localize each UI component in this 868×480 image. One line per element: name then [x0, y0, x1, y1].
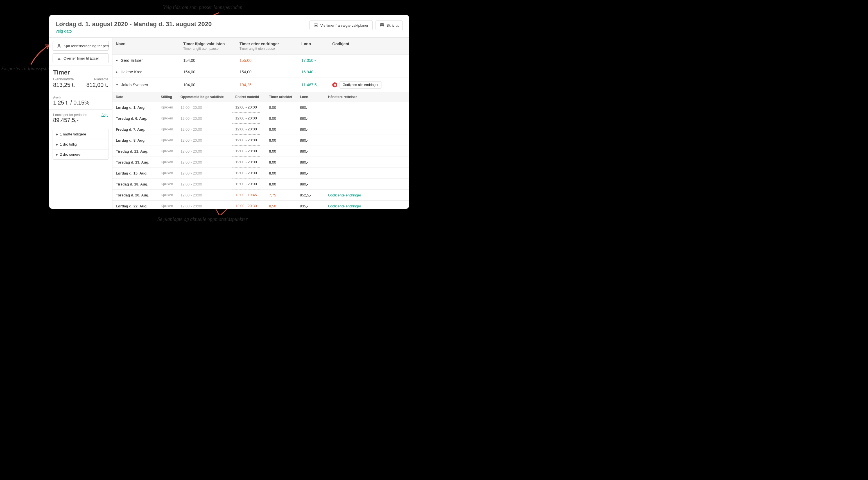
person-icon — [57, 43, 61, 48]
detail-position: Kjøkken — [157, 113, 177, 123]
wages-set-link[interactable]: Angi — [101, 113, 108, 117]
sth-changed: Endret møtetid — [232, 92, 266, 102]
detail-handle — [324, 159, 409, 165]
detail-scheduled-time: 12:00 - 20:00 — [177, 201, 232, 209]
detail-actual-time[interactable]: 12:00 - 20:00 — [232, 146, 260, 157]
detail-row: Lørdag d. 22. Aug. Kjøkken 12:00 - 20:00… — [113, 201, 409, 209]
employee-name: Gerd Eriksen — [121, 58, 144, 63]
detail-salary: 880,- — [297, 146, 324, 157]
chevron-right-icon: ▶ — [116, 70, 118, 73]
detail-scheduled-time: 12:00 - 20:00 — [177, 124, 232, 135]
app-window: Lørdag d. 1. august 2020 - Mandag d. 31.… — [49, 15, 409, 209]
deviation-list: ▶ 1 møtte tidligere ▶ 1 dro tidlig ▶ 2 d… — [53, 129, 109, 160]
detail-hours-worked: 8,00 — [266, 146, 297, 157]
salary-cell: 17.050,- — [298, 55, 329, 66]
calendar-icon — [314, 23, 318, 28]
run-payroll-button[interactable]: Kjør lønnsberegning for periode — [53, 41, 109, 51]
chevron-down-icon: ▼ — [116, 84, 118, 86]
detail-date: Tirsdag d. 18. Aug. — [113, 179, 157, 189]
detail-row: Torsdag d. 6. Aug. Kjøkken 12:00 - 20:00… — [113, 113, 409, 124]
detail-date: Lørdag d. 8. Aug. — [113, 135, 157, 146]
detail-scheduled-time: 12:00 - 20:00 — [177, 157, 232, 167]
planned-value: 812,00 t. — [86, 82, 108, 88]
print-button[interactable]: Skriv ut — [375, 21, 403, 30]
employee-name-cell[interactable]: ▶ Helene Krog — [113, 66, 180, 77]
list-item-label: 2 dro senere — [60, 152, 81, 157]
choose-date-link[interactable]: Velg dato — [55, 29, 212, 33]
detail-actual-time[interactable]: 12:00 - 20:00 — [232, 135, 260, 146]
detail-position: Kjøkken — [157, 168, 177, 178]
detail-actual-time[interactable]: 12:00 - 20:00 — [232, 102, 260, 113]
employee-name: Helene Krog — [121, 70, 143, 74]
deviation-label: Avvik — [53, 96, 61, 99]
detail-scheduled-time: 12:00 - 20:00 — [177, 135, 232, 146]
list-item[interactable]: ▶ 2 dro senere — [53, 150, 108, 159]
detail-row: Torsdag d. 20. Aug. Kjøkken 12:00 - 20:0… — [113, 190, 409, 201]
page-header: Lørdag d. 1. august 2020 - Mandag d. 31.… — [49, 15, 409, 38]
download-icon — [57, 56, 61, 60]
chevron-right-icon: ▶ — [56, 153, 58, 156]
list-item[interactable]: ▶ 1 møtte tidligere — [53, 129, 108, 139]
detail-row: Lørdag d. 8. Aug. Kjøkken 12:00 - 20:00 … — [113, 135, 409, 146]
changed-hours: 104,25 — [236, 79, 298, 91]
scheduled-hours: 154,00 — [180, 66, 236, 77]
detail-handle — [324, 181, 409, 187]
deviation-value: 1,25 t. / 0.15% — [53, 99, 108, 106]
detail-position: Kjøkken — [157, 135, 177, 145]
main-content: Navn Timer ifølge vaktlisten Timer angit… — [113, 38, 409, 209]
detail-actual-time[interactable]: 12:00 - 20:00 — [232, 113, 260, 124]
export-excel-button[interactable]: Overfør timer til Excel — [53, 54, 109, 63]
sth-scheduled: Oppmøtetid ifølge vaktliste — [177, 92, 232, 102]
detail-actual-time[interactable]: 12:00 - 20:00 — [232, 124, 260, 135]
detail-actual-time[interactable]: 12:00 - 19:45 — [232, 190, 260, 200]
approved-changes-link[interactable]: Godkjente endringer — [328, 204, 361, 208]
export-excel-label: Overfør timer til Excel — [64, 56, 99, 60]
svg-rect-4 — [381, 26, 383, 27]
detail-row: Lørdag d. 1. Aug. Kjøkken 12:00 - 20:00 … — [113, 102, 409, 113]
approve-all-button[interactable]: Godkjenn alle endringer — [340, 81, 381, 89]
annotation-bottom: Se planlagte og aktuelle oppmøtetidspunk… — [157, 216, 248, 222]
th-salary: Lønn — [301, 41, 326, 46]
list-item[interactable]: ▶ 1 dro tidlig — [53, 139, 108, 150]
changed-hours: 155,00 — [236, 55, 298, 66]
reject-icon[interactable]: ✕ — [332, 82, 337, 87]
show-hours-button[interactable]: Vis timer fra valgte vaktplaner — [309, 21, 373, 30]
approved-changes-link[interactable]: Godkjente endringer — [328, 193, 361, 197]
detail-actual-time[interactable]: 12:00 - 20:00 — [232, 168, 260, 179]
wages-label: Lønninger for perioden — [53, 113, 87, 117]
salary-cell: 16.940,- — [298, 66, 329, 77]
scheduled-hours: 154,00 — [180, 55, 236, 66]
detail-salary: 880,- — [297, 135, 324, 146]
sth-worked: Timer arbeidet — [266, 92, 297, 102]
approve-cell: ✕ Godkjenn alle endringer — [329, 78, 394, 92]
chevron-right-icon: ▶ — [116, 59, 118, 62]
run-payroll-label: Kjør lønnsberegning for periode — [64, 44, 109, 48]
detail-hours-worked: 8,00 — [266, 102, 297, 113]
sidebar: Kjør lønnsberegning for periode Overfør … — [49, 38, 113, 209]
detail-handle — [324, 126, 409, 132]
svg-rect-2 — [381, 24, 383, 25]
detail-actual-time[interactable]: 12:00 - 20:00 — [232, 179, 260, 189]
detail-scheduled-time: 12:00 - 20:00 — [177, 168, 232, 179]
detail-salary: 880,- — [297, 124, 324, 135]
employee-name-cell[interactable]: ▼ Jakob Svensen — [113, 79, 180, 91]
detail-row: Lørdag d. 15. Aug. Kjøkken 12:00 - 20:00… — [113, 168, 409, 179]
detail-position: Kjøkken — [157, 124, 177, 134]
detail-hours-worked: 7,75 — [266, 190, 297, 200]
detail-row: Fredag d. 7. Aug. Kjøkken 12:00 - 20:00 … — [113, 124, 409, 135]
salary-cell: 11.467,5,- — [298, 79, 329, 91]
detail-date: Torsdag d. 6. Aug. — [113, 113, 157, 124]
detail-date: Lørdag d. 22. Aug. — [113, 201, 157, 209]
annotation-left: Eksporter til lønnssystemer — [1, 66, 57, 72]
employee-name-cell[interactable]: ▶ Gerd Eriksen — [113, 55, 180, 66]
detail-hours-worked: 8,50 — [266, 201, 297, 209]
detail-date: Torsdag d. 13. Aug. — [113, 157, 157, 167]
detail-date: Tirsdag d. 11. Aug. — [113, 146, 157, 157]
detail-position: Kjøkken — [157, 102, 177, 113]
approve-cell — [329, 57, 394, 64]
detail-actual-time[interactable]: 12:00 - 20:30 — [232, 201, 260, 209]
detail-handle — [324, 115, 409, 121]
th-changed: Timer etter endringer — [240, 41, 294, 46]
detail-actual-time[interactable]: 12:00 - 20:00 — [232, 157, 260, 167]
detail-scheduled-time: 12:00 - 20:00 — [177, 102, 232, 113]
